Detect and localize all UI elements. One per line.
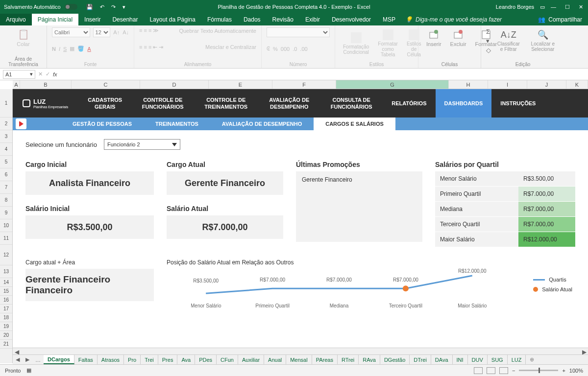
name-box[interactable]: A1▾: [3, 70, 35, 79]
row-3[interactable]: 3: [0, 130, 12, 143]
subnav-avaliacao[interactable]: AVALIAÇÃO DE DESEMPENHO: [210, 118, 314, 130]
minimize-icon[interactable]: —: [551, 4, 556, 10]
user-name[interactable]: Leandro Borges: [496, 4, 534, 10]
zoom-out-button[interactable]: −: [512, 368, 515, 374]
sheet-tab[interactable]: LUZ: [508, 355, 526, 364]
row-7[interactable]: 7: [0, 181, 12, 194]
border-icon[interactable]: ▦: [70, 46, 74, 52]
autosave-toggle[interactable]: [65, 4, 77, 10]
row-13[interactable]: 13: [0, 265, 12, 278]
fill-icon[interactable]: ▾: [486, 37, 491, 45]
subnav-treino[interactable]: TREINAMENTOS: [144, 118, 210, 130]
col-A[interactable]: A: [13, 80, 20, 89]
format-table-button[interactable]: Formatar como Tabela: [375, 27, 401, 59]
currency-icon[interactable]: ₢: [267, 46, 270, 52]
sheet-tab[interactable]: DTrei: [410, 355, 431, 364]
row-8[interactable]: 8: [0, 194, 12, 207]
row-17[interactable]: 17: [0, 305, 12, 313]
row-6[interactable]: 6: [0, 168, 12, 181]
col-I[interactable]: I: [488, 80, 527, 89]
dec-dec-icon[interactable]: .00: [300, 46, 307, 52]
comma-icon[interactable]: 000: [281, 46, 290, 52]
row-15[interactable]: 15: [0, 287, 12, 296]
employee-dropdown[interactable]: Funcionário 2: [104, 139, 180, 150]
enter-formula-icon[interactable]: ✓: [46, 71, 50, 77]
row-2[interactable]: 2: [0, 118, 12, 130]
nav-instrucoes[interactable]: INSTRUÇÕES: [491, 89, 544, 118]
sheet-tab[interactable]: PAreas: [312, 355, 338, 364]
shrink-font-icon[interactable]: A↓: [122, 29, 129, 35]
autosum-icon[interactable]: Σ: [486, 28, 491, 35]
sheet-tab[interactable]: SUG: [488, 355, 508, 364]
grow-font-icon[interactable]: A↑: [113, 29, 120, 35]
fx-icon[interactable]: fx: [53, 71, 57, 77]
sheet-tab[interactable]: PDes: [195, 355, 217, 364]
nav-controle-treino[interactable]: CONTROLE DE TREINAMENTOS: [194, 89, 258, 118]
clear-icon[interactable]: ◇: [486, 47, 491, 54]
bold-icon[interactable]: N: [52, 46, 56, 52]
view-break-button[interactable]: [499, 367, 508, 374]
subnav-cargos[interactable]: CARGOS E SALÁRIOS: [314, 118, 395, 130]
font-name-select[interactable]: Calibri: [52, 27, 90, 37]
sheet-tab[interactable]: DAva: [431, 355, 453, 364]
macro-icon[interactable]: ▦: [26, 367, 31, 374]
row-14[interactable]: 14: [0, 278, 12, 287]
row-20[interactable]: 20: [0, 331, 12, 340]
sheet-tab[interactable]: Auxiliar: [238, 355, 264, 364]
nav-dashboards[interactable]: DASHBOARDS: [436, 89, 492, 118]
sheet-tab[interactable]: Atrasos: [98, 355, 124, 364]
sheet-tab[interactable]: Ava: [177, 355, 195, 364]
row-12[interactable]: 12: [0, 245, 12, 265]
sheet-tab[interactable]: Anual: [264, 355, 286, 364]
play-button[interactable]: [16, 118, 26, 129]
nav-relatorios[interactable]: RELATÓRIOS: [383, 89, 435, 118]
tab-arquivo[interactable]: Arquivo: [0, 14, 32, 25]
row-16[interactable]: 16: [0, 296, 12, 305]
row-9[interactable]: 9: [0, 207, 12, 219]
zoom-level[interactable]: 100%: [569, 368, 583, 374]
tab-msp[interactable]: MSP: [377, 14, 401, 25]
col-C[interactable]: C: [72, 80, 140, 89]
underline-icon[interactable]: S: [63, 46, 67, 52]
row-21[interactable]: 21: [0, 340, 12, 349]
row-11[interactable]: 11: [0, 232, 12, 245]
find-select-button[interactable]: 🔍Localizar e Selecionar: [526, 27, 560, 54]
row-10[interactable]: 10: [0, 219, 12, 232]
tab-exibir[interactable]: Exibir: [299, 14, 326, 25]
sheet-tab[interactable]: RTrei: [338, 355, 359, 364]
maximize-icon[interactable]: ☐: [565, 4, 570, 10]
sheet-tab[interactable]: Trei: [141, 355, 158, 364]
sheet-tab[interactable]: INI: [453, 355, 468, 364]
add-sheet-button[interactable]: ⊕: [526, 356, 538, 363]
delete-cells-button[interactable]: Excluir: [447, 27, 469, 49]
nav-cadastros[interactable]: CADASTROS GERAIS: [78, 89, 132, 118]
tab-revisao[interactable]: Revisão: [267, 14, 299, 25]
col-J[interactable]: J: [527, 80, 566, 89]
row-5[interactable]: 5: [0, 156, 12, 168]
insert-cells-button[interactable]: Inserir: [423, 27, 444, 49]
merge-center-button[interactable]: Mesclar e Centralizar: [205, 44, 256, 50]
row-4[interactable]: 4: [0, 143, 12, 156]
sheet-tab[interactable]: DUV: [468, 355, 488, 364]
tab-desenhar[interactable]: Desenhar: [106, 14, 144, 25]
tab-layout[interactable]: Layout da Página: [144, 14, 201, 25]
tab-nav-more[interactable]: …: [32, 357, 44, 363]
col-G[interactable]: G: [336, 80, 449, 89]
tab-nav-prev[interactable]: ◀: [13, 356, 23, 363]
qat-more-icon[interactable]: ▾: [122, 4, 125, 10]
sheet-tab[interactable]: RAva: [359, 355, 380, 364]
sheet-tab[interactable]: DCargos: [44, 355, 74, 364]
cancel-formula-icon[interactable]: ✕: [38, 71, 43, 77]
tab-formulas[interactable]: Fórmulas: [201, 14, 238, 25]
zoom-slider[interactable]: [519, 370, 558, 371]
ribbon-options-icon[interactable]: ▭: [540, 4, 545, 10]
nav-avaliacao[interactable]: AVALIAÇÃO DE DESEMPENHO: [258, 89, 320, 118]
sheet-tab[interactable]: Mensal: [286, 355, 312, 364]
conditional-format-button[interactable]: Formatação Condicional: [340, 30, 372, 57]
zoom-in-button[interactable]: +: [562, 368, 565, 374]
italic-icon[interactable]: I: [59, 46, 60, 52]
subnav-gestao[interactable]: GESTÃO DE PESSOAS: [61, 118, 144, 130]
number-format-select[interactable]: [267, 27, 330, 37]
save-icon[interactable]: 💾: [86, 4, 93, 10]
nav-controle-func[interactable]: CONTROLE DE FUNCIONÁRIOS: [132, 89, 194, 118]
